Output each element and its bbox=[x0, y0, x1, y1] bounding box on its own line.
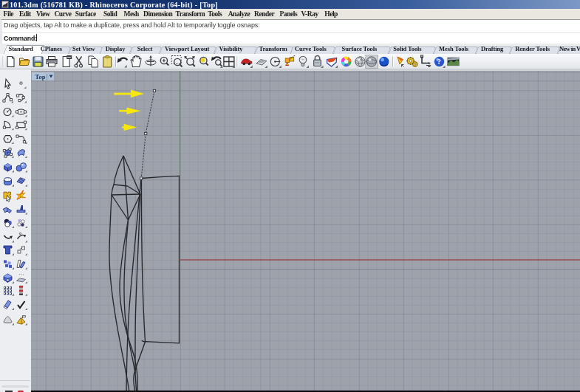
svg-text:?: ? bbox=[437, 58, 441, 66]
